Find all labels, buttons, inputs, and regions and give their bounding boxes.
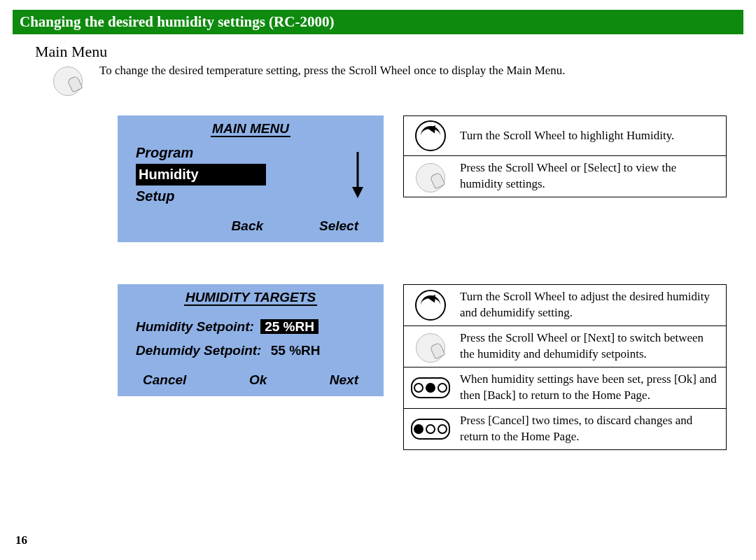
dehumidify-setpoint-label: Dehumidy Setpoint: <box>136 343 261 358</box>
page-title: Changing the desired humidity settings (… <box>13 10 743 34</box>
press-scroll-wheel-icon <box>416 333 445 363</box>
softkey-ok: Ok <box>249 372 267 388</box>
humidity-setpoint-value: 25 %RH <box>260 319 318 334</box>
page-number: 16 <box>15 533 27 547</box>
rotate-wheel-icon <box>415 290 446 321</box>
menu-item-program: Program <box>136 142 350 164</box>
dehumidify-setpoint-value: 55 %RH <box>271 343 321 358</box>
press-scroll-wheel-icon <box>53 66 83 96</box>
svg-marker-1 <box>352 187 363 198</box>
lcd-header: MAIN MENU <box>211 121 290 137</box>
scroll-down-arrow-icon <box>350 150 365 200</box>
softkey-next: Next <box>330 372 358 388</box>
ok-button-icon <box>411 377 450 398</box>
instructions-2: Turn the Scroll Wheel to adjust the desi… <box>403 284 727 450</box>
instr-text: When humidity settings have been set, pr… <box>460 372 719 404</box>
softkey-cancel: Cancel <box>143 372 186 388</box>
instructions-1: Turn the Scroll Wheel to highlight Humid… <box>403 115 727 197</box>
lcd-header: HUMIDITY TARGETS <box>184 290 317 306</box>
instr-text: Turn the Scroll Wheel to highlight Humid… <box>460 128 719 144</box>
intro-text: To change the desired temperature settin… <box>99 64 566 78</box>
humidity-setpoint-label: Humidity Setpoint: <box>136 319 254 334</box>
rotate-wheel-icon <box>415 120 446 151</box>
lcd-humidity-targets: HUMIDITY TARGETS Humidity Setpoint: 25 %… <box>118 284 384 396</box>
instr-text: Press [Cancel] two times, to discard cha… <box>460 413 719 445</box>
instr-text: Press the Scroll Wheel or [Select] to vi… <box>460 160 719 192</box>
cancel-button-icon <box>411 419 450 440</box>
subheading: Main Menu <box>35 43 743 61</box>
lcd-main-menu: MAIN MENU Program Humidity Setup Back Se… <box>118 115 384 242</box>
menu-item-setup: Setup <box>136 186 350 207</box>
softkey-select: Select <box>319 218 358 234</box>
softkey-back: Back <box>232 218 263 234</box>
press-scroll-wheel-icon <box>416 163 445 192</box>
instr-text: Turn the Scroll Wheel to adjust the desi… <box>460 289 719 321</box>
instr-text: Press the Scroll Wheel or [Next] to swit… <box>460 330 719 363</box>
menu-item-humidity: Humidity <box>136 164 266 186</box>
